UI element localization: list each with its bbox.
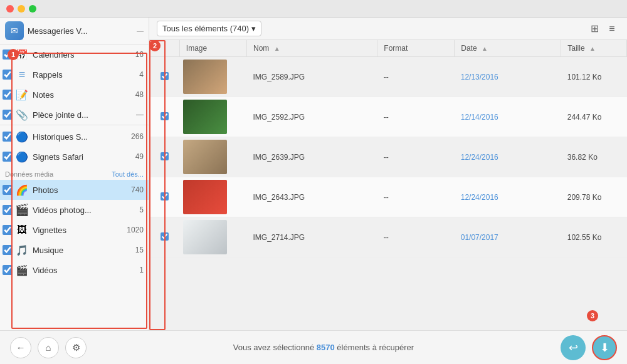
signets-count: 49 bbox=[135, 152, 144, 161]
row-checkbox[interactable] bbox=[161, 72, 169, 80]
calendriers-count: 16 bbox=[135, 50, 144, 59]
messageries-label: Messageries V... bbox=[28, 26, 137, 36]
photos-count: 740 bbox=[131, 185, 144, 194]
home-button[interactable]: ⌂ bbox=[38, 337, 59, 358]
elements-dropdown[interactable]: Tous les éléments (740) ▾ bbox=[157, 21, 261, 36]
table-row[interactable]: IMG_2592.JPG -- 12/14/2016 244.47 Ko bbox=[149, 97, 627, 137]
dropdown-arrow: ▾ bbox=[251, 24, 256, 33]
sidebar-item-photos[interactable]: 🌈 Photos 740 bbox=[0, 180, 149, 200]
thumbnail bbox=[183, 180, 227, 214]
row-checkbox-cell[interactable] bbox=[149, 97, 179, 137]
musique-checkbox[interactable] bbox=[3, 245, 13, 255]
deselect-all-btn[interactable]: Tout dés... bbox=[112, 170, 144, 178]
videos-photo-checkbox[interactable] bbox=[3, 205, 13, 215]
content-area: Tous les éléments (740) ▾ ⊞ ≡ Image bbox=[149, 18, 627, 330]
row-checkbox[interactable] bbox=[161, 192, 169, 200]
status-post: éléments à récupérer bbox=[335, 343, 414, 352]
historiques-label: Historiques S... bbox=[33, 132, 129, 142]
close-button[interactable] bbox=[6, 5, 14, 13]
table-header-row: Image Nom ▲ Format Date ▲ bbox=[149, 40, 627, 57]
row-format: -- bbox=[377, 137, 455, 177]
sidebar-item-musique[interactable]: 🎵 Musique 15 bbox=[0, 240, 149, 260]
videos-icon: 🎬 bbox=[15, 263, 29, 277]
row-checkbox[interactable] bbox=[161, 112, 169, 120]
sidebar-item-videos[interactable]: 🎬 Vidéos 1 bbox=[0, 260, 149, 280]
col-header-format[interactable]: Format bbox=[377, 40, 455, 57]
settings-button[interactable]: ⚙ bbox=[65, 337, 87, 358]
table-row[interactable]: IMG_2639.JPG -- 12/24/2016 36.82 Ko bbox=[149, 137, 627, 177]
piece-jointe-checkbox[interactable] bbox=[3, 110, 13, 120]
sidebar-item-messageries[interactable]: ✉ Messageries V... — bbox=[0, 18, 149, 44]
bottom-bar: ← ⌂ ⚙ Vous avez sélectionné 8570 élément… bbox=[0, 330, 627, 364]
photos-icon: 🌈 bbox=[15, 183, 29, 197]
piece-jointe-icon: 📎 bbox=[15, 108, 29, 122]
grid-view-btn[interactable]: ⊞ bbox=[587, 21, 602, 36]
col-header-nom[interactable]: Nom ▲ bbox=[247, 40, 377, 57]
row-checkbox-cell[interactable] bbox=[149, 137, 179, 177]
row-nom: IMG_2714.JPG bbox=[247, 217, 377, 257]
rappels-icon: ≡ bbox=[15, 68, 29, 81]
row-checkbox-cell[interactable] bbox=[149, 57, 179, 97]
table-row[interactable]: IMG_2714.JPG -- 01/07/2017 102.55 Ko bbox=[149, 217, 627, 257]
download-button[interactable]: ⬇ bbox=[592, 335, 617, 360]
annotation-badge-3: 3 bbox=[587, 310, 598, 321]
musique-count: 15 bbox=[135, 246, 144, 254]
sidebar: ✉ Messageries V... — 📅 Calendriers 16 ≡ … bbox=[0, 18, 149, 330]
notes-checkbox[interactable] bbox=[3, 90, 13, 100]
sidebar-item-calendriers[interactable]: 📅 Calendriers 16 bbox=[0, 44, 149, 65]
vignettes-checkbox[interactable] bbox=[3, 225, 13, 235]
status-count: 8570 bbox=[317, 343, 335, 352]
videos-checkbox[interactable] bbox=[3, 265, 13, 275]
photos-checkbox[interactable] bbox=[3, 185, 13, 195]
col-date-label: Date bbox=[461, 44, 477, 53]
row-date: 12/14/2016 bbox=[455, 97, 561, 137]
table-row[interactable]: IMG_2643.JPG -- 12/24/2016 209.78 Ko bbox=[149, 177, 627, 217]
rappels-label: Rappels bbox=[33, 70, 137, 80]
home-icon: ⌂ bbox=[45, 342, 51, 353]
musique-label: Musique bbox=[33, 246, 133, 255]
sidebar-item-vignettes[interactable]: 🖼 Vignettes 1020 bbox=[0, 220, 149, 240]
row-thumb-cell bbox=[179, 217, 246, 257]
restore-button[interactable]: ↩ bbox=[561, 335, 586, 360]
media-section-label: Données média bbox=[5, 170, 53, 178]
minimize-button[interactable] bbox=[18, 5, 25, 13]
annotation-badge-1: 1 bbox=[8, 49, 19, 60]
videos-count: 1 bbox=[139, 266, 144, 274]
row-nom: IMG_2592.JPG bbox=[247, 97, 377, 137]
sidebar-item-videos-photo[interactable]: 🎬 Vidéos photog... 5 bbox=[0, 200, 149, 220]
historiques-icon: 🔵 bbox=[15, 130, 29, 143]
signets-checkbox[interactable] bbox=[3, 152, 13, 162]
list-view-btn[interactable]: ≡ bbox=[604, 21, 619, 36]
row-checkbox[interactable] bbox=[161, 232, 169, 241]
col-header-taille[interactable]: Taille ▲ bbox=[561, 40, 627, 57]
maximize-button[interactable] bbox=[29, 5, 36, 13]
row-thumb-cell bbox=[179, 97, 246, 137]
col-header-image[interactable]: Image bbox=[179, 40, 246, 57]
historiques-checkbox[interactable] bbox=[3, 132, 13, 142]
row-checkbox-cell[interactable] bbox=[149, 177, 179, 217]
row-format: -- bbox=[377, 177, 455, 217]
messageries-icon: ✉ bbox=[5, 21, 24, 40]
back-button[interactable]: ← bbox=[10, 337, 31, 358]
row-taille: 209.78 Ko bbox=[561, 177, 627, 217]
collapse-icon[interactable]: — bbox=[137, 27, 144, 34]
row-taille: 244.47 Ko bbox=[561, 97, 627, 137]
col-header-date[interactable]: Date ▲ bbox=[455, 40, 561, 57]
row-date: 12/13/2016 bbox=[455, 57, 561, 97]
row-checkbox-cell[interactable] bbox=[149, 217, 179, 257]
view-controls: ⊞ ≡ bbox=[587, 21, 619, 36]
row-checkbox[interactable] bbox=[161, 152, 169, 160]
thumbnail bbox=[183, 100, 227, 134]
sidebar-item-signets[interactable]: 🔵 Signets Safari 49 bbox=[0, 147, 149, 167]
row-date: 12/24/2016 bbox=[455, 137, 561, 177]
sidebar-item-historiques[interactable]: 🔵 Historiques S... 266 bbox=[0, 127, 149, 147]
download-icon: ⬇ bbox=[600, 341, 609, 355]
sidebar-item-rappels[interactable]: ≡ Rappels 4 bbox=[0, 65, 149, 85]
thumbnail bbox=[183, 60, 227, 94]
table-row[interactable]: IMG_2589.JPG -- 12/13/2016 101.12 Ko bbox=[149, 57, 627, 97]
sidebar-item-notes[interactable]: 📝 Notes 48 bbox=[0, 85, 149, 105]
musique-icon: 🎵 bbox=[15, 243, 29, 257]
rappels-checkbox[interactable] bbox=[3, 70, 13, 80]
sidebar-item-piece-jointe[interactable]: 📎 Pièce jointe d... — bbox=[0, 105, 149, 125]
row-taille: 101.12 Ko bbox=[561, 57, 627, 97]
